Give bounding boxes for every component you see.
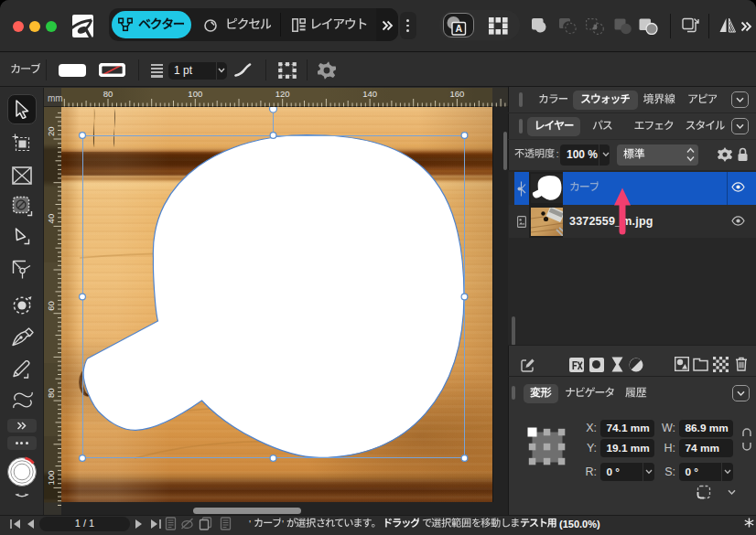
svg-text:100: 100 bbox=[46, 471, 56, 486]
svg-text:120: 120 bbox=[275, 89, 290, 99]
svg-text:160: 160 bbox=[449, 89, 464, 99]
svg-text:140: 140 bbox=[362, 89, 377, 99]
svg-text:80: 80 bbox=[103, 89, 113, 99]
svg-text:A: A bbox=[455, 23, 462, 34]
svg-text:20: 20 bbox=[46, 126, 56, 136]
svg-text:60: 60 bbox=[46, 301, 56, 311]
svg-text:80: 80 bbox=[46, 389, 56, 399]
svg-text:mm: mm bbox=[48, 93, 63, 103]
svg-text:100: 100 bbox=[188, 89, 202, 99]
svg-text:40: 40 bbox=[46, 214, 56, 224]
